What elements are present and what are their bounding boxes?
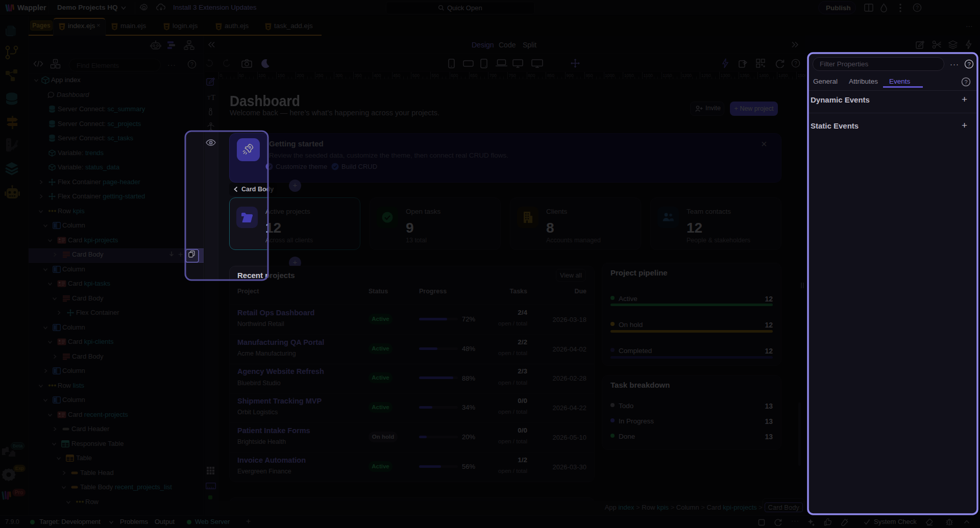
svg-text:?: ? (190, 61, 193, 67)
svg-text:?: ? (916, 5, 919, 11)
svg-text:?: ? (967, 61, 970, 67)
svg-text:?: ? (794, 60, 797, 66)
svg-text:T: T (211, 93, 215, 100)
svg-text:T: T (207, 94, 211, 100)
svg-text:?: ? (964, 79, 967, 85)
